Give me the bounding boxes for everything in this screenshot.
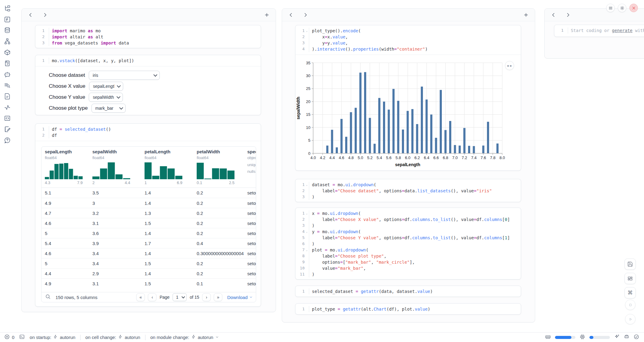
download-button[interactable]: Download [227,295,253,300]
code-line[interactable]: 6) [297,241,519,247]
fold-toggle[interactable]: ⌄ [305,229,309,235]
code-line[interactable]: 2 x=x.value, [297,34,519,40]
code-line[interactable]: 5 label="Choose Y value", options=df.col… [297,235,519,241]
code-line[interactable]: 3from vega_datasets import data [37,40,259,46]
page-select[interactable]: 1 [173,293,187,301]
fold-toggle[interactable]: ⌄ [305,210,309,216]
column-header[interactable]: species [247,149,256,154]
search-icon[interactable] [45,294,51,301]
code-line[interactable]: 1df = selected_dataset() [37,126,259,132]
add-cell-button[interactable] [264,12,270,18]
code-line[interactable]: 2df [37,132,259,138]
column-header[interactable]: petalLength [145,149,195,154]
scroll-right-button[interactable] [565,12,571,18]
on-cell-change-setting[interactable]: on cell change: autorun [85,335,140,340]
code-line[interactable]: 3) [297,223,519,229]
documentation-icon[interactable] [4,93,11,100]
table-row[interactable]: 4.63.11.50.2setosa [41,218,256,228]
scroll-left-button[interactable] [288,12,294,18]
copilot-button[interactable] [624,334,629,340]
altair-chart[interactable]: 4.04.24.44.64.85.05.25.45.65.86.06.26.46… [295,55,521,171]
packages-icon[interactable] [4,49,11,56]
save-button[interactable] [624,258,636,270]
code-line[interactable]: 7⌄plot = mo.ui.dropdown( [297,247,519,253]
scroll-right-button[interactable] [303,12,308,18]
table-row[interactable]: 5.13.51.40.2setosa [41,188,256,198]
table-row[interactable]: 4.63.41.40.30000000000000004setosa [41,248,256,258]
plot-type-select[interactable]: mark_bar [91,104,126,113]
vstack-cell[interactable]: 1mo.vstack([dataset, x, y, plot]) Choose… [35,55,261,115]
code-placeholder[interactable]: Start coding or generate with [568,27,644,34]
code-line[interactable]: 4).interactive().properties(width="conta… [297,46,519,52]
code-line[interactable]: 1⌄plot_type().encode( [297,28,519,34]
table-header[interactable]: sepalLengthfloat644.37.9sepalWidthfloat6… [41,147,256,188]
file-tree-icon[interactable] [4,5,11,12]
code-line[interactable]: 2 label="Choose dataset", options=data.l… [297,188,519,194]
dataset-dropdown-cell[interactable]: 1⌄dataset = mo.ui.dropdown(2 label="Choo… [295,179,521,202]
snippets-icon[interactable] [4,115,11,122]
scroll-right-button[interactable] [42,12,48,18]
code-line[interactable]: 1mo.vstack([dataset, x, y, plot]) [37,58,259,64]
code-line[interactable]: 1⌄dataset = mo.ui.dropdown( [297,182,519,188]
ai-chat-icon[interactable] [4,71,11,78]
x-value-select[interactable]: sepalLength [89,82,123,91]
y-value-select[interactable]: sepalWidth [89,93,123,102]
table-row[interactable]: 53.41.50.2setosa [41,258,256,268]
code-line[interactable]: 2import altair as alt [37,34,259,40]
logs-icon[interactable] [4,60,11,67]
scratchpad-icon[interactable] [4,126,11,133]
help-icon[interactable] [4,137,11,144]
table-row[interactable]: 4.93.11.50.1setosa [41,278,256,288]
imports-cell[interactable]: 1import marimo as mo2import altair as al… [35,25,261,48]
table-row[interactable]: 5.43.91.70.4setosa [41,238,256,248]
last-page-button[interactable]: » [214,293,222,301]
table-row[interactable]: 4.42.91.40.2setosa [41,268,256,278]
chart-actions-button[interactable]: ●● [505,61,514,70]
xy-dropdowns-cell[interactable]: 1⌄x = mo.ui.dropdown(2 label="Choose X v… [295,208,521,280]
code-line[interactable]: 10 value="mark_bar", [297,265,519,271]
datasources-icon[interactable] [4,27,11,34]
code-line[interactable]: 1import marimo as mo [37,28,259,34]
run-button[interactable] [625,314,635,324]
code-line[interactable]: 2 label="Choose X value", options=df.col… [297,216,519,223]
fold-toggle[interactable]: ⌄ [305,247,309,253]
scroll-left-button[interactable] [551,12,556,18]
code-line[interactable]: 11) [297,271,519,277]
scroll-left-button[interactable] [28,12,33,18]
tracebacks-icon[interactable] [4,82,11,89]
keyboard-shortcuts-button[interactable]: ⌘ [624,287,636,298]
layout-button[interactable] [624,273,636,284]
code-line[interactable]: 9 options=["mark_bar", "mark_circle"], [297,259,519,265]
activity-icon[interactable] [4,104,11,111]
column-header[interactable]: sepalLength [45,149,91,154]
fold-toggle[interactable]: ⌄ [305,182,309,188]
dataframe-cell[interactable]: 1df = selected_dataset()2df sepalLengthf… [35,123,261,307]
dependencies-icon[interactable] [4,38,11,45]
add-cell-button[interactable] [523,12,529,18]
on-module-change-setting[interactable]: on module change: autorun [150,335,219,340]
shutdown-button[interactable] [629,4,638,12]
selected-dataset-cell[interactable]: 1selected_dataset = getattr(data, datase… [295,286,521,297]
code-line[interactable]: 3 y=y.value, [297,40,519,46]
code-line[interactable]: 1selected_dataset = getattr(data, datase… [297,288,519,294]
next-page-button[interactable]: › [202,293,211,301]
column-header[interactable]: petalWidth [197,149,245,154]
empty-code-cell[interactable]: 1 Start coding or generate with [554,25,644,37]
first-page-button[interactable]: « [136,293,145,301]
code-line[interactable]: 1plot_type = getattr(alt.Chart(df), plot… [297,306,519,312]
stop-button[interactable] [625,300,635,310]
dataset-select[interactable]: iris [89,71,160,80]
on-startup-setting[interactable]: on startup: autorun [30,335,75,340]
code-line[interactable]: 8 label="Choose plot type", [297,253,519,259]
code-line[interactable]: 4⌄y = mo.ui.dropdown( [297,229,519,235]
table-row[interactable]: 4.73.21.30.2setosa [41,208,256,218]
fold-toggle[interactable]: ⌄ [305,28,309,34]
table-row[interactable]: 53.61.40.2setosa [41,228,256,238]
terminal-button[interactable] [19,334,25,340]
connection-status-button[interactable] [634,334,639,340]
menu-button[interactable] [606,4,615,12]
code-line[interactable]: 3) [297,194,519,200]
generate-with-ai-link[interactable]: generate [612,28,632,33]
plot-type-cell[interactable]: 1plot_type = getattr(alt.Chart(df), plot… [295,303,521,315]
settings-button[interactable] [618,4,626,12]
